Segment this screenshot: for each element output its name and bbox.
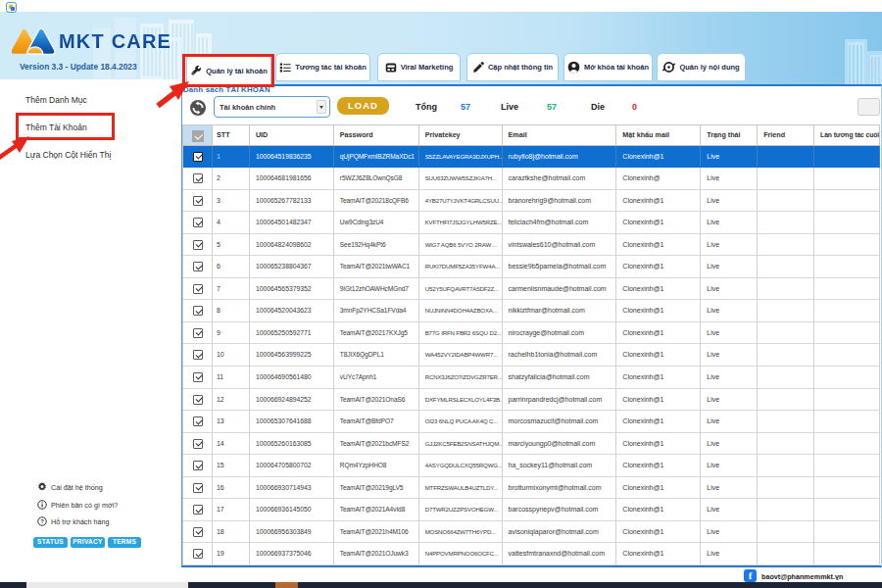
svg-text:?: ? (40, 518, 44, 524)
